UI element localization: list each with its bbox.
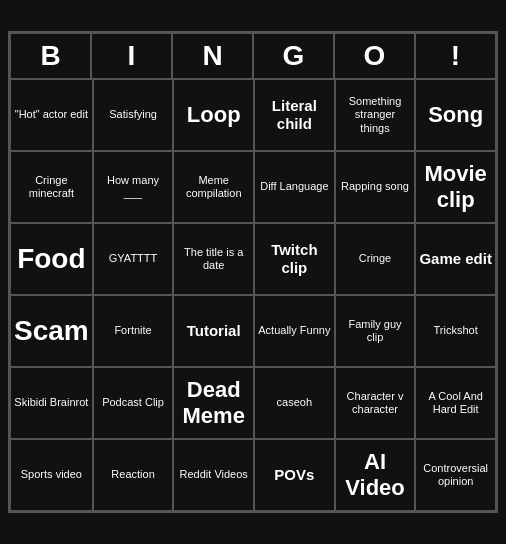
bingo-cell-14: The title is a date [173,223,254,295]
bingo-cell-18: Scam [10,295,93,367]
bingo-cell-32: Reddit Videos [173,439,254,511]
cell-text-9: Diff Language [260,180,328,193]
header-letter-4: O [334,33,415,79]
cell-text-6: Cringe minecraft [14,174,89,200]
bingo-card: BINGO! "Hot" actor editSatisfyingLoopLit… [8,31,498,513]
cell-text-17: Game edit [419,250,492,268]
bingo-cell-5: Song [415,79,496,151]
bingo-cell-33: POVs [254,439,335,511]
bingo-cell-6: Cringe minecraft [10,151,93,223]
bingo-cell-22: Family guy clip [335,295,416,367]
cell-text-29: A Cool And Hard Edit [419,390,492,416]
bingo-grid: "Hot" actor editSatisfyingLoopLiteral ch… [10,79,496,511]
cell-text-11: Movie clip [419,161,492,214]
bingo-cell-11: Movie clip [415,151,496,223]
cell-text-28: Character v character [339,390,412,416]
cell-text-3: Literal child [258,97,331,133]
cell-text-30: Sports video [21,468,82,481]
cell-text-8: Meme compilation [177,174,250,200]
cell-text-14: The title is a date [177,246,250,272]
bingo-cell-20: Tutorial [173,295,254,367]
cell-text-26: Dead Meme [177,377,250,430]
cell-text-32: Reddit Videos [180,468,248,481]
cell-text-35: Controversial opinion [419,462,492,488]
bingo-cell-31: Reaction [93,439,174,511]
bingo-cell-25: Podcast Clip [93,367,174,439]
cell-text-24: Skibidi Brainrot [14,396,88,409]
bingo-cell-10: Rapping song [335,151,416,223]
header-letter-5: ! [415,33,496,79]
bingo-cell-26: Dead Meme [173,367,254,439]
cell-text-22: Family guy clip [339,318,412,344]
cell-text-16: Cringe [359,252,391,265]
bingo-cell-3: Literal child [254,79,335,151]
header-letter-3: G [253,33,334,79]
cell-text-34: AI Video [339,449,412,502]
bingo-cell-9: Diff Language [254,151,335,223]
bingo-cell-2: Loop [173,79,254,151]
cell-text-15: Twitch clip [258,241,331,277]
bingo-cell-28: Character v character [335,367,416,439]
bingo-cell-13: GYATTTT [93,223,174,295]
bingo-cell-34: AI Video [335,439,416,511]
bingo-cell-7: How many___ [93,151,174,223]
cell-text-23: Trickshot [434,324,478,337]
cell-text-19: Fortnite [114,324,151,337]
bingo-header: BINGO! [10,33,496,79]
bingo-cell-17: Game edit [415,223,496,295]
bingo-cell-29: A Cool And Hard Edit [415,367,496,439]
bingo-cell-27: caseoh [254,367,335,439]
cell-text-25: Podcast Clip [102,396,164,409]
cell-text-13: GYATTTT [109,252,157,265]
bingo-cell-24: Skibidi Brainrot [10,367,93,439]
bingo-cell-12: Food [10,223,93,295]
bingo-cell-15: Twitch clip [254,223,335,295]
cell-text-7: How many___ [107,174,159,200]
bingo-cell-30: Sports video [10,439,93,511]
cell-text-27: caseoh [277,396,312,409]
cell-text-18: Scam [14,314,89,348]
bingo-cell-19: Fortnite [93,295,174,367]
cell-text-1: Satisfying [109,108,157,121]
bingo-cell-35: Controversial opinion [415,439,496,511]
cell-text-20: Tutorial [187,322,241,340]
cell-text-0: "Hot" actor edit [15,108,88,121]
header-letter-1: I [91,33,172,79]
bingo-cell-21: Actually Funny [254,295,335,367]
bingo-cell-1: Satisfying [93,79,174,151]
cell-text-10: Rapping song [341,180,409,193]
cell-text-12: Food [17,242,85,276]
cell-text-31: Reaction [111,468,154,481]
cell-text-33: POVs [274,466,314,484]
bingo-cell-23: Trickshot [415,295,496,367]
cell-text-21: Actually Funny [258,324,330,337]
cell-text-5: Song [428,102,483,128]
header-letter-2: N [172,33,253,79]
bingo-cell-0: "Hot" actor edit [10,79,93,151]
cell-text-4: Something stranger things [339,95,412,135]
bingo-cell-8: Meme compilation [173,151,254,223]
cell-text-2: Loop [187,102,241,128]
bingo-cell-16: Cringe [335,223,416,295]
header-letter-0: B [10,33,91,79]
bingo-cell-4: Something stranger things [335,79,416,151]
